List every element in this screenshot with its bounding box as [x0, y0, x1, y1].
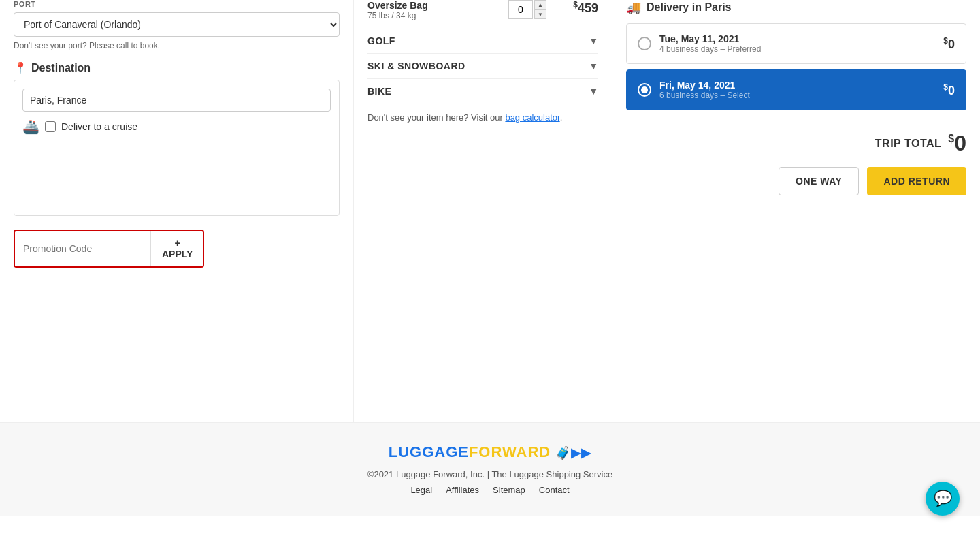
cruise-label: Deliver to a cruise — [61, 121, 137, 132]
qty-down-button[interactable]: ▼ — [534, 10, 546, 19]
trip-total-row: TRIP TOTAL $0 — [626, 131, 966, 156]
destination-input[interactable] — [22, 89, 331, 112]
delivery-option-1[interactable]: Tue, May 11, 2021 4 business days – Pref… — [626, 23, 966, 64]
delivery-option-info-1: Tue, May 11, 2021 4 business days – Pref… — [659, 33, 761, 54]
radio-inner-2 — [641, 86, 648, 93]
cruise-checkbox[interactable] — [45, 121, 56, 132]
ship-icon: 🚢 — [22, 119, 39, 135]
promo-wrapper: + APPLY — [14, 230, 204, 268]
qty-control: 0 ▲ ▼ — [508, 0, 546, 19]
chevron-down-icon-bike: ▼ — [589, 86, 598, 97]
qty-arrows: ▲ ▼ — [534, 0, 546, 19]
destination-box: 🚢 Deliver to a cruise — [14, 80, 340, 216]
footer-logo-forward: FORWARD — [469, 443, 551, 460]
bag-row: Oversize Bag 75 lbs / 34 kg 0 ▲ ▼ $459 — [368, 0, 598, 20]
radio-circle-1 — [638, 37, 651, 50]
cruise-row: 🚢 Deliver to a cruise — [22, 119, 331, 135]
footer-link-legal[interactable]: Legal — [410, 485, 432, 495]
destination-title: Destination — [31, 62, 91, 74]
footer-logo-icon: 🧳▶▶ — [555, 446, 591, 460]
delivery-price-1: $0 — [943, 36, 955, 52]
delivery-date-2: Fri, May 14, 2021 — [659, 80, 750, 91]
bag-price-currency: $ — [573, 0, 578, 10]
footer: LUGGAGEFORWARD 🧳▶▶ ©2021 Luggage Forward… — [0, 422, 980, 516]
port-select[interactable]: Port of Canaveral (Orlando) — [14, 12, 340, 37]
chat-icon: 💬 — [934, 490, 952, 507]
footer-link-sitemap[interactable]: Sitemap — [493, 485, 525, 495]
port-note: Don't see your port? Please call to book… — [14, 41, 340, 50]
category-golf-label: GOLF — [368, 35, 395, 46]
chevron-down-icon: ▼ — [589, 35, 598, 46]
radio-circle-2 — [638, 83, 651, 97]
destination-section: 📍 Destination 🚢 Deliver to a cruise — [14, 61, 340, 216]
qty-input[interactable]: 0 — [508, 0, 533, 19]
trip-total-amount: $0 — [948, 131, 966, 156]
delivery-days-1: 4 business days – Preferred — [659, 44, 761, 54]
one-way-button[interactable]: ONE WAY — [779, 167, 859, 195]
bag-weight: 75 lbs / 34 kg — [368, 11, 497, 20]
add-return-button[interactable]: ADD RETURN — [867, 167, 966, 195]
bag-name: Oversize Bag — [368, 0, 497, 11]
chevron-down-icon-ski: ▼ — [589, 61, 598, 72]
category-row-golf[interactable]: GOLF ▼ — [368, 29, 598, 54]
footer-link-affiliates[interactable]: Affiliates — [446, 485, 479, 495]
middle-panel: Oversize Bag 75 lbs / 34 kg 0 ▲ ▼ $459 G… — [354, 0, 612, 422]
bag-calculator-note: Don't see your item here? Visit our bag … — [368, 112, 598, 123]
footer-logo: LUGGAGEFORWARD 🧳▶▶ — [14, 443, 966, 461]
delivery-option-info-2: Fri, May 14, 2021 6 business days – Sele… — [659, 80, 750, 100]
footer-link-contact[interactable]: Contact — [539, 485, 570, 495]
bag-price-amount: 459 — [578, 1, 598, 15]
port-section: PORT Port of Canaveral (Orlando) Don't s… — [14, 0, 340, 50]
promo-section: + APPLY — [14, 230, 340, 268]
delivery-days-2: 6 business days – Select — [659, 91, 750, 100]
delivery-date-1: Tue, May 11, 2021 — [659, 33, 761, 44]
chat-bubble[interactable]: 💬 — [926, 482, 960, 516]
bag-price: $459 — [557, 0, 598, 16]
bag-calculator-link[interactable]: bag calculator — [505, 112, 559, 123]
category-row-bike[interactable]: BIKE ▼ — [368, 79, 598, 104]
port-label: PORT — [14, 0, 340, 8]
delivery-header: 🚚 Delivery in Paris — [626, 0, 966, 15]
category-ski-label: SKI & SNOWBOARD — [368, 61, 466, 72]
destination-header: 📍 Destination — [14, 61, 340, 74]
delivery-price-2: $0 — [943, 82, 955, 98]
left-panel: PORT Port of Canaveral (Orlando) Don't s… — [0, 0, 354, 422]
category-row-ski[interactable]: SKI & SNOWBOARD ▼ — [368, 54, 598, 79]
delivery-option-2[interactable]: Fri, May 14, 2021 6 business days – Sele… — [626, 69, 966, 110]
bag-info: Oversize Bag 75 lbs / 34 kg — [368, 0, 497, 20]
category-bike-label: BIKE — [368, 86, 391, 97]
footer-logo-luggage: LUGGAGE — [389, 443, 469, 460]
delivery-option-left-2: Fri, May 14, 2021 6 business days – Sele… — [638, 80, 750, 100]
delivery-title: Delivery in Paris — [647, 1, 732, 14]
pin-icon: 📍 — [14, 61, 27, 74]
delivery-icon: 🚚 — [626, 0, 641, 15]
footer-links: Legal Affiliates Sitemap Contact — [14, 485, 966, 495]
right-panel: 🚚 Delivery in Paris Tue, May 11, 2021 4 … — [612, 0, 980, 422]
qty-up-button[interactable]: ▲ — [534, 0, 546, 10]
delivery-option-left-1: Tue, May 11, 2021 4 business days – Pref… — [638, 33, 761, 54]
promo-input[interactable] — [15, 231, 150, 266]
trip-total-label: TRIP TOTAL — [875, 138, 941, 150]
promo-apply-button[interactable]: + APPLY — [150, 231, 203, 266]
footer-copyright: ©2021 Luggage Forward, Inc. | The Luggag… — [14, 469, 966, 479]
action-buttons: ONE WAY ADD RETURN — [626, 167, 966, 195]
